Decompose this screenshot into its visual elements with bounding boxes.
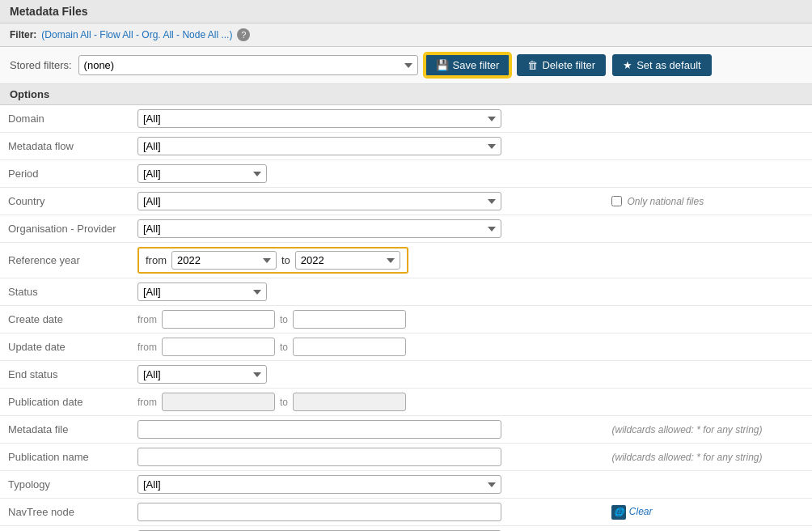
create-date-from-input[interactable] [162, 310, 275, 329]
page-title: Metadata Files [0, 0, 812, 23]
typology-label: Typology [0, 471, 129, 499]
domain-row: Domain [All] [0, 105, 812, 133]
stored-filters-label: Stored filters: [10, 59, 72, 71]
create-date-group: from to [137, 310, 597, 329]
update-date-from-input[interactable] [162, 338, 275, 356]
update-from-label: from [137, 342, 157, 353]
country-label: Country [0, 188, 129, 215]
create-to-label: to [280, 314, 288, 325]
period-row: Period [All] [0, 160, 812, 188]
period-select[interactable]: [All] [137, 164, 267, 183]
create-date-to-input[interactable] [293, 310, 406, 329]
star-icon: ★ [623, 59, 632, 71]
attachment-row: Attachment [All] [0, 526, 812, 532]
metadata-file-hint: (wildcards allowed: * for any string) [605, 416, 812, 444]
country-select[interactable]: [All] [137, 192, 501, 210]
publication-name-input[interactable] [137, 448, 501, 466]
pub-date-from-input [162, 393, 275, 411]
filter-bar: Filter: (Domain All - Flow All - Org. Al… [0, 23, 812, 47]
typology-select[interactable]: [All] [137, 475, 501, 494]
pub-from-label: from [137, 397, 157, 408]
country-row: Country [All] Only national files [0, 188, 812, 215]
clear-link[interactable]: Clear [629, 506, 653, 517]
only-national-label: Only national files [627, 196, 704, 207]
create-from-label: from [137, 314, 157, 325]
metadata-flow-select[interactable]: [All] [137, 137, 501, 155]
stored-filters-bar: Stored filters: (none) 💾 Save filter 🗑 D… [0, 47, 812, 84]
publication-name-hint: (wildcards allowed: * for any string) [605, 444, 812, 471]
stored-filters-select[interactable]: (none) [78, 55, 418, 75]
navtree-node-row: NavTree node 🌐 Clear [0, 499, 812, 526]
delete-filter-button[interactable]: 🗑 Delete filter [517, 54, 606, 76]
save-icon: 💾 [436, 59, 449, 71]
publication-date-group: from to [137, 393, 597, 411]
filter-label: Filter: [10, 29, 36, 40]
reference-year-group: from 2022 to 2022 [137, 247, 408, 274]
org-provider-select[interactable]: [All] [137, 219, 501, 238]
ref-year-to-select[interactable]: 2022 [295, 251, 400, 270]
delete-icon: 🗑 [527, 59, 538, 71]
org-provider-row: Organisation - Provider [All] [0, 215, 812, 243]
only-national-group: Only national files [611, 196, 804, 207]
options-section: Options Domain [All] Metadata flow [All] [0, 84, 812, 531]
options-form: Domain [All] Metadata flow [All] [0, 105, 812, 531]
attachment-label: Attachment [0, 526, 129, 532]
publication-name-label: Publication name [0, 444, 129, 471]
set-as-default-button[interactable]: ★ Set as default [612, 54, 712, 76]
pub-date-to-input [293, 393, 406, 411]
ref-year-from-select[interactable]: 2022 [171, 251, 277, 270]
update-date-row: Update date from to [0, 333, 812, 361]
metadata-file-row: Metadata file (wildcards allowed: * for … [0, 416, 812, 444]
end-status-row: End status [All] [0, 361, 812, 389]
reference-year-row: Reference year from 2022 to 2022 [0, 243, 812, 278]
metadata-file-input[interactable] [137, 420, 501, 439]
create-date-label: Create date [0, 306, 129, 333]
domain-control: [All] [129, 105, 605, 133]
navtree-icon[interactable]: 🌐 [611, 505, 626, 520]
metadata-file-label: Metadata file [0, 416, 129, 444]
update-date-label: Update date [0, 333, 129, 361]
period-label: Period [0, 160, 129, 188]
end-status-select[interactable]: [All] [137, 365, 267, 384]
reference-year-label: Reference year [0, 243, 129, 278]
domain-select[interactable]: [All] [137, 109, 501, 128]
publication-name-row: Publication name (wildcards allowed: * f… [0, 444, 812, 471]
create-date-row: Create date from to [0, 306, 812, 333]
ref-from-label: from [146, 254, 167, 266]
navtree-node-input[interactable] [137, 503, 501, 521]
ref-to-label: to [281, 254, 290, 266]
end-status-label: End status [0, 361, 129, 389]
status-row: Status [All] [0, 278, 812, 306]
typology-row: Typology [All] [0, 471, 812, 499]
publication-date-label: Publication date [0, 389, 129, 416]
save-filter-button[interactable]: 💾 Save filter [425, 53, 511, 77]
help-icon[interactable]: ? [237, 28, 250, 41]
status-select[interactable]: [All] [137, 282, 267, 301]
update-date-group: from to [137, 338, 597, 356]
filter-value: (Domain All - Flow All - Org. All - Node… [41, 29, 232, 40]
options-header: Options [0, 84, 812, 105]
navtree-node-label: NavTree node [0, 499, 129, 526]
pub-to-label: to [280, 397, 288, 408]
only-national-checkbox[interactable] [611, 196, 622, 206]
publication-date-row: Publication date from to [0, 389, 812, 416]
domain-label: Domain [0, 105, 129, 133]
update-to-label: to [280, 342, 288, 353]
metadata-flow-row: Metadata flow [All] [0, 133, 812, 160]
metadata-flow-label: Metadata flow [0, 133, 129, 160]
status-label: Status [0, 278, 129, 306]
org-provider-label: Organisation - Provider [0, 215, 129, 243]
update-date-to-input[interactable] [293, 338, 406, 356]
